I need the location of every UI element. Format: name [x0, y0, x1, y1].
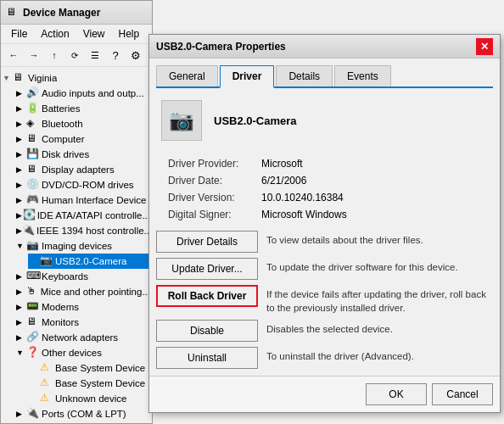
tree-network[interactable]: ▶ 🔗 Network adapters — [14, 330, 152, 345]
tree-display[interactable]: ▶ 🖥 Display adapters — [14, 162, 152, 177]
update-driver-button[interactable]: Update Driver... — [156, 258, 258, 280]
tree-ide[interactable]: ▶ 💽 IDE ATA/ATAPI controlle... — [14, 208, 152, 223]
imaging-children: 📷 USB2.0-Camera — [28, 254, 152, 269]
provider-value: Microsoft — [261, 158, 303, 170]
toolbar-scan[interactable]: ⟳ — [65, 46, 84, 64]
driver-details-desc: To view details about the driver files. — [266, 231, 423, 247]
toolbar-help[interactable]: ? — [106, 46, 125, 64]
toolbar-properties[interactable]: ☰ — [86, 46, 104, 64]
dialog-close-button[interactable]: ✕ — [476, 38, 493, 55]
btn-row-uninstall: Uninstall To uninstall the driver (Advan… — [156, 347, 493, 369]
device-info: 📷 USB2.0-Camera — [156, 95, 493, 146]
signer-label: Digital Signer: — [168, 209, 261, 220]
tree-keyboards[interactable]: ▶ ⌨ Keyboards — [14, 269, 152, 284]
driver-properties: Driver Provider: Microsoft Driver Date: … — [168, 158, 493, 220]
provider-label: Driver Provider: — [168, 158, 261, 170]
dialog-footer: OK Cancel — [149, 376, 500, 412]
tree-ieee[interactable]: ▶ 🔌 IEEE 1394 host controlle... — [14, 223, 152, 238]
driver-provider-row: Driver Provider: Microsoft — [168, 158, 493, 170]
device-name: USB2.0-Camera — [214, 114, 297, 127]
tree-computer[interactable]: ▶ 🖥 Computer — [14, 131, 152, 147]
driver-signer-row: Digital Signer: Microsoft Windows — [168, 209, 493, 220]
tree-ports[interactable]: ▶ 🔌 Ports (COM & LPT) — [14, 406, 152, 421]
roll-back-driver-button[interactable]: Roll Back Driver — [156, 285, 258, 307]
dm-titlebar: 🖥 Device Manager — [1, 1, 152, 25]
dm-app-icon: 🖥 — [6, 6, 20, 20]
date-label: Driver Date: — [168, 175, 261, 187]
root-label: Viginia — [28, 73, 57, 83]
root-expander: ▼ — [3, 74, 13, 82]
ok-button[interactable]: OK — [366, 383, 427, 405]
properties-dialog: USB2.0-Camera Properties ✕ General Drive… — [148, 34, 501, 413]
driver-details-button[interactable]: Driver Details — [156, 231, 258, 253]
tab-general[interactable]: General — [156, 65, 218, 86]
roll-back-driver-desc: If the device fails after updating the d… — [266, 285, 493, 315]
device-image: 📷 — [161, 100, 202, 141]
tree-mice[interactable]: ▶ 🖱 Mice and other pointing... — [14, 284, 152, 299]
dm-title: Device Manager — [23, 7, 147, 19]
tree-base-1[interactable]: ⚠ Base System Device — [28, 360, 152, 376]
tab-driver[interactable]: Driver — [220, 65, 275, 88]
tree-modems[interactable]: ▶ 📟 Modems — [14, 299, 152, 315]
device-tree: ▼ 🖥 Viginia ▶ 🔊 Audio inputs and outp...… — [1, 67, 152, 423]
date-value: 6/21/2006 — [261, 175, 306, 187]
tree-hid[interactable]: ▶ 🎮 Human Interface Device — [14, 192, 152, 208]
uninstall-button[interactable]: Uninstall — [156, 347, 258, 369]
tab-events[interactable]: Events — [334, 65, 391, 86]
signer-value: Microsoft Windows — [261, 209, 347, 220]
menu-action[interactable]: Action — [34, 26, 76, 42]
toolbar-up[interactable]: ↑ — [45, 46, 64, 64]
tree-imaging[interactable]: ▼ 📷 Imaging devices — [14, 238, 152, 254]
dialog-titlebar: USB2.0-Camera Properties ✕ — [149, 35, 500, 59]
driver-buttons: Driver Details To view details about the… — [156, 231, 493, 369]
dialog-body: General Driver Details Events 📷 USB2.0-C… — [149, 59, 500, 376]
uninstall-desc: To uninstall the driver (Advanced). — [266, 347, 414, 363]
root-icon: 🖥 — [13, 71, 26, 85]
toolbar-forward[interactable]: → — [25, 46, 43, 64]
tree-bluetooth[interactable]: ▶ ◈ Bluetooth — [14, 116, 152, 131]
dialog-title: USB2.0-Camera Properties — [156, 41, 476, 53]
toolbar-extra[interactable]: ⚙ — [126, 46, 145, 64]
btn-row-update: Update Driver... To update the driver so… — [156, 258, 493, 280]
dialog-tabs: General Driver Details Events — [156, 65, 493, 88]
btn-row-rollback: Roll Back Driver If the device fails aft… — [156, 285, 493, 315]
version-label: Driver Version: — [168, 192, 261, 204]
menu-file[interactable]: File — [4, 26, 34, 42]
update-driver-desc: To update the driver software for this d… — [266, 258, 458, 274]
cancel-button[interactable]: Cancel — [432, 383, 493, 405]
tree-other[interactable]: ▼ ❓ Other devices — [14, 345, 152, 360]
tab-details[interactable]: Details — [276, 65, 333, 86]
tree-disk[interactable]: ▶ 💾 Disk drives — [14, 147, 152, 162]
tree-audio[interactable]: ▶ 🔊 Audio inputs and outp... — [14, 86, 152, 101]
dm-menubar: File Action View Help — [1, 25, 152, 44]
menu-help[interactable]: Help — [112, 26, 147, 42]
disable-button[interactable]: Disable — [156, 320, 258, 342]
other-children: ⚠ Base System Device ⚠ Base System Devic… — [28, 360, 152, 406]
driver-date-row: Driver Date: 6/21/2006 — [168, 175, 493, 187]
tree-dvd[interactable]: ▶ 💿 DVD/CD-ROM drives — [14, 177, 152, 192]
tree-usb-camera[interactable]: 📷 USB2.0-Camera — [28, 254, 152, 269]
version-value: 10.0.10240.16384 — [261, 192, 344, 204]
toolbar-back[interactable]: ← — [4, 46, 23, 64]
tree-root[interactable]: ▼ 🖥 Viginia — [1, 70, 152, 86]
tree-unknown[interactable]: ⚠ Unknown device — [28, 391, 152, 406]
tree-monitors[interactable]: ▶ 🖥 Monitors — [14, 315, 152, 330]
device-manager-window: 🖥 Device Manager File Action View Help ←… — [0, 0, 153, 424]
tree-base-2[interactable]: ⚠ Base System Device — [28, 376, 152, 391]
tree-children: ▶ 🔊 Audio inputs and outp... ▶ 🔋 Batteri… — [14, 86, 152, 421]
driver-version-row: Driver Version: 10.0.10240.16384 — [168, 192, 493, 204]
dm-toolbar: ← → ↑ ⟳ ☰ ? ⚙ — [1, 44, 152, 67]
menu-view[interactable]: View — [76, 26, 112, 42]
btn-row-disable: Disable Disables the selected device. — [156, 320, 493, 342]
tree-batteries[interactable]: ▶ 🔋 Batteries — [14, 101, 152, 116]
disable-desc: Disables the selected device. — [266, 320, 393, 336]
btn-row-details: Driver Details To view details about the… — [156, 231, 493, 253]
